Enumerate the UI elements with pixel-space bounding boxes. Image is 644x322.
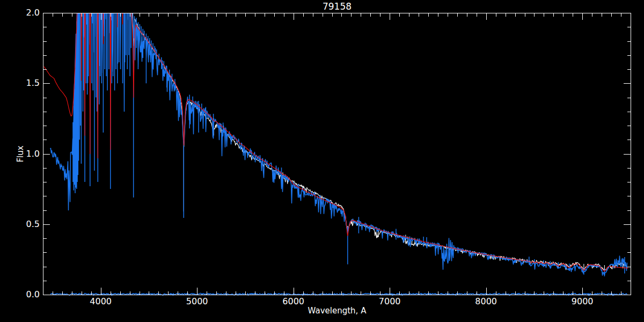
series-model-red: [44, 0, 628, 272]
y-tick-label: 1.0: [26, 149, 40, 159]
x-tick-label: 8000: [475, 296, 497, 306]
axes: [43, 13, 631, 295]
plot-canvas: 4000500060007000800090000.00.51.01.52.0: [0, 0, 644, 322]
y-tick-label: 2.0: [26, 8, 40, 18]
series-observed-blue: [50, 0, 627, 276]
y-tick-label: 0.0: [26, 289, 40, 299]
x-tick-label: 9000: [572, 296, 594, 306]
spectrum-curves: [44, 0, 628, 296]
x-tick-label: 6000: [282, 296, 304, 306]
x-tick-label: 4000: [90, 296, 112, 306]
plot-title: 79158: [323, 1, 352, 12]
x-tick-label: 7000: [379, 296, 401, 306]
spectrum-plot: 4000500060007000800090000.00.51.01.52.0 …: [0, 0, 644, 322]
y-tick-label: 1.5: [26, 78, 40, 88]
y-axis-label: Flux: [16, 145, 25, 162]
x-axis-label: Wavelength, A: [308, 306, 367, 316]
x-tick-label: 5000: [186, 296, 208, 306]
tick-labels: 4000500060007000800090000.00.51.01.52.0: [26, 8, 594, 306]
y-tick-label: 0.5: [26, 219, 40, 229]
